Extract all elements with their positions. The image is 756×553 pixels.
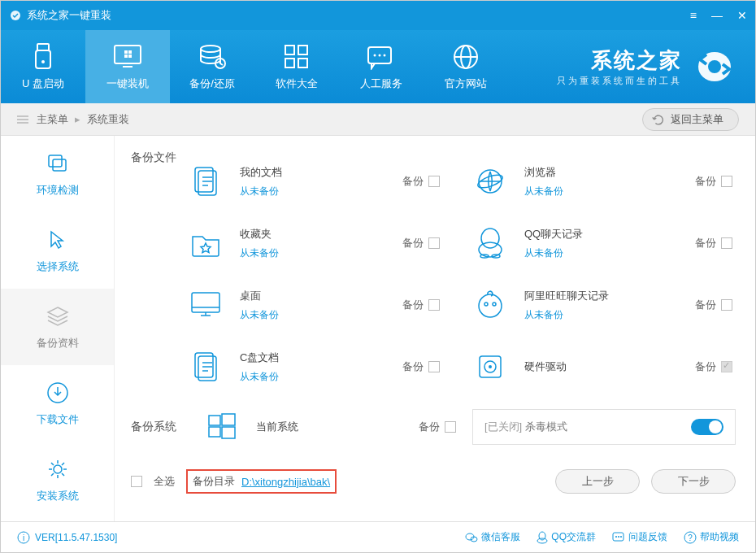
backup-label: 备份 bbox=[695, 359, 716, 374]
nav-label: 人工服务 bbox=[360, 76, 402, 91]
content-area: 备份文件 我的文档从未备份 备份 收藏夹从未备份 备份 bbox=[115, 136, 755, 521]
svg-rect-9 bbox=[128, 54, 132, 58]
prev-button[interactable]: 上一步 bbox=[555, 469, 640, 494]
backup-checkbox[interactable] bbox=[428, 176, 440, 187]
feedback-icon bbox=[612, 532, 625, 543]
app-icon bbox=[9, 9, 22, 22]
svg-rect-6 bbox=[124, 50, 128, 54]
backup-checkbox[interactable] bbox=[428, 361, 440, 372]
backup-checkbox[interactable] bbox=[428, 299, 440, 311]
backup-system-label: 备份系统 bbox=[131, 420, 188, 434]
wangwang-icon bbox=[472, 287, 508, 323]
window-title-text: 系统之家一键重装 bbox=[27, 8, 111, 23]
download-icon bbox=[45, 380, 71, 406]
file-name: C盘文档 bbox=[240, 351, 386, 365]
svg-point-69 bbox=[618, 536, 619, 538]
next-button[interactable]: 下一步 bbox=[651, 469, 736, 494]
back-label: 返回主菜单 bbox=[671, 112, 723, 127]
svg-rect-60 bbox=[222, 427, 235, 438]
backup-path-link[interactable]: D:\xitongzhijia\bak\ bbox=[241, 476, 330, 488]
svg-rect-59 bbox=[209, 427, 220, 437]
monitor-install-icon bbox=[111, 42, 144, 72]
nav-backup-restore[interactable]: 备份/还原 bbox=[170, 30, 254, 103]
backup-checkbox[interactable] bbox=[721, 299, 732, 311]
file-name: 桌面 bbox=[240, 289, 386, 303]
nav-software[interactable]: 软件大全 bbox=[254, 30, 339, 103]
select-all-checkbox[interactable] bbox=[131, 476, 142, 487]
file-row-documents: 我的文档从未备份 备份 bbox=[188, 150, 440, 212]
nav-label: 官方网站 bbox=[445, 76, 487, 91]
backup-path-highlight: 备份目录 D:\xitongzhijia\bak\ bbox=[186, 469, 337, 494]
apps-icon bbox=[280, 42, 313, 72]
svg-point-53 bbox=[493, 303, 496, 306]
footer-qq-group[interactable]: QQ交流群 bbox=[537, 530, 596, 544]
svg-rect-13 bbox=[298, 46, 307, 54]
backup-checkbox[interactable] bbox=[721, 237, 732, 249]
breadcrumb-root[interactable]: 主菜单 bbox=[37, 112, 68, 127]
menu-icon[interactable]: ≡ bbox=[690, 9, 697, 22]
svg-rect-1 bbox=[37, 44, 49, 50]
breadcrumb-current: 系统重装 bbox=[87, 112, 129, 127]
backup-label: 备份 bbox=[695, 298, 716, 312]
backup-checkbox[interactable] bbox=[721, 176, 732, 187]
file-row-desktop: 桌面从未备份 备份 bbox=[188, 274, 440, 336]
svg-rect-27 bbox=[49, 155, 62, 167]
step-download[interactable]: 下载文件 bbox=[1, 365, 114, 442]
backup-system-checkbox[interactable] bbox=[445, 421, 456, 433]
nav-website[interactable]: 官方网站 bbox=[424, 30, 508, 103]
step-label: 备份资料 bbox=[37, 336, 79, 351]
svg-rect-8 bbox=[124, 54, 128, 58]
svg-rect-7 bbox=[128, 50, 132, 54]
step-install[interactable]: 安装系统 bbox=[1, 442, 114, 518]
current-system-label: 当前系统 bbox=[256, 420, 402, 434]
file-status: 从未备份 bbox=[240, 370, 386, 384]
close-icon[interactable]: ✕ bbox=[737, 9, 747, 22]
file-name: 收藏夹 bbox=[240, 227, 386, 242]
step-backup-data[interactable]: 备份资料 bbox=[1, 289, 114, 365]
nav-label: U 盘启动 bbox=[22, 76, 64, 91]
help-icon: ? bbox=[684, 531, 697, 544]
step-env-check[interactable]: 环境检测 bbox=[1, 136, 114, 212]
info-icon: i bbox=[17, 531, 30, 544]
file-row-favorites: 收藏夹从未备份 备份 bbox=[188, 212, 440, 274]
step-label: 环境检测 bbox=[37, 183, 79, 198]
minimize-icon[interactable]: — bbox=[711, 9, 723, 22]
backup-checkbox[interactable] bbox=[428, 237, 440, 249]
svg-rect-12 bbox=[285, 46, 294, 54]
qq-small-icon bbox=[537, 531, 548, 544]
svg-point-56 bbox=[489, 365, 492, 368]
undo-icon bbox=[651, 112, 666, 127]
antivirus-mode-box: [已关闭] 杀毒模式 bbox=[472, 409, 736, 445]
step-select-system[interactable]: 选择系统 bbox=[1, 212, 114, 289]
footer-help-video[interactable]: ?帮助视频 bbox=[684, 530, 739, 544]
antivirus-toggle[interactable] bbox=[691, 419, 723, 435]
nav-one-click-install[interactable]: 一键装机 bbox=[85, 30, 170, 103]
svg-rect-36 bbox=[192, 293, 219, 312]
svg-rect-14 bbox=[285, 59, 294, 67]
footer-feedback[interactable]: 问题反馈 bbox=[612, 530, 667, 544]
backup-checkbox-locked bbox=[721, 361, 732, 372]
svg-point-10 bbox=[201, 46, 220, 52]
select-all-label: 全选 bbox=[154, 474, 175, 489]
file-name: 浏览器 bbox=[524, 165, 679, 180]
breadcrumb-bar: 主菜单 ▸ 系统重装 返回主菜单 bbox=[1, 103, 755, 136]
svg-rect-57 bbox=[209, 416, 220, 425]
nav-service[interactable]: 人工服务 bbox=[339, 30, 424, 103]
database-icon bbox=[196, 42, 228, 72]
svg-point-70 bbox=[620, 536, 622, 538]
step-label: 选择系统 bbox=[37, 259, 79, 274]
back-button[interactable]: 返回主菜单 bbox=[642, 108, 739, 131]
version-text[interactable]: VER[11.5.47.1530] bbox=[35, 532, 117, 543]
globe-icon bbox=[450, 42, 482, 72]
svg-point-18 bbox=[379, 54, 381, 57]
usb-icon bbox=[27, 42, 59, 72]
backup-label: 备份 bbox=[402, 174, 424, 189]
nav-usb-boot[interactable]: U 盘启动 bbox=[1, 30, 85, 103]
document-icon bbox=[188, 163, 224, 199]
svg-text:i: i bbox=[23, 533, 24, 542]
brand: 系统之家 只为重装系统而生的工具 bbox=[557, 46, 755, 87]
file-row-qq-chat: QQ聊天记录从未备份 备份 bbox=[472, 212, 732, 274]
file-row-drivers: 硬件驱动 备份 bbox=[472, 336, 732, 398]
footer-wechat[interactable]: 微信客服 bbox=[465, 530, 520, 544]
svg-point-66 bbox=[537, 538, 547, 543]
